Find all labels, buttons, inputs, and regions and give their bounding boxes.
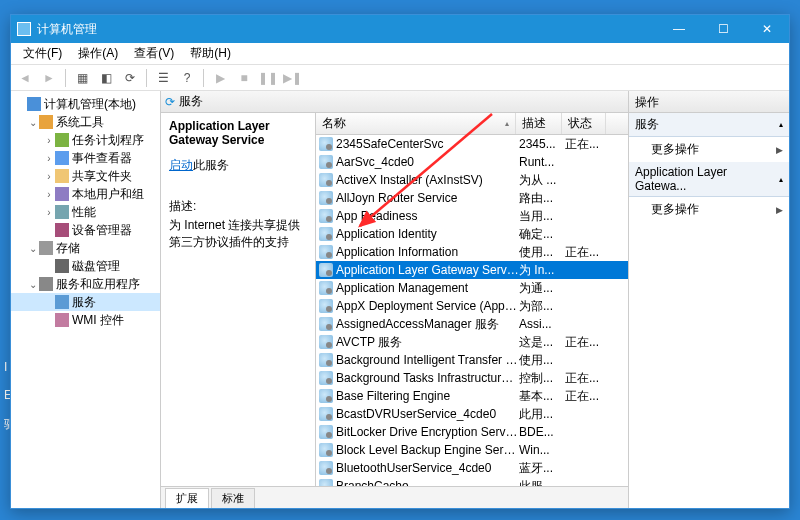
service-row[interactable]: AllJoyn Router Service路由... [316, 189, 628, 207]
tree-storage[interactable]: ⌄存储 [11, 239, 160, 257]
tab-standard[interactable]: 标准 [211, 488, 255, 508]
service-desc: 当用... [519, 208, 565, 225]
tree-services-apps[interactable]: ⌄服务和应用程序 [11, 275, 160, 293]
actions-section-services[interactable]: 服务▴ [629, 113, 789, 137]
service-row[interactable]: AVCTP 服务这是...正在... [316, 333, 628, 351]
collapse-icon: ▴ [779, 120, 783, 129]
stop-service-icon: ■ [234, 68, 254, 88]
actions-more-1[interactable]: 更多操作▶ [629, 137, 789, 162]
menu-view[interactable]: 查看(V) [126, 43, 182, 64]
main-pane: ⟳ 服务 Application Layer Gateway Service 启… [161, 91, 629, 508]
service-row[interactable]: ActiveX Installer (AxInstSV)为从 ... [316, 171, 628, 189]
service-desc: 确定... [519, 226, 565, 243]
service-desc: 为通... [519, 280, 565, 297]
service-row[interactable]: 2345SafeCenterSvc2345...正在... [316, 135, 628, 153]
service-icon [319, 443, 333, 457]
minimize-button[interactable]: — [657, 15, 701, 43]
tree-services[interactable]: 服务 [11, 293, 160, 311]
service-icon [319, 245, 333, 259]
properties-icon[interactable]: ◧ [96, 68, 116, 88]
service-detail-pane: Application Layer Gateway Service 启动此服务 … [161, 113, 316, 486]
toolbar: ◄ ► ▦ ◧ ⟳ ☰ ? ▶ ■ ❚❚ ▶❚ [11, 65, 789, 91]
window-title: 计算机管理 [37, 21, 657, 38]
tab-extended[interactable]: 扩展 [165, 488, 209, 508]
chevron-right-icon: ▶ [776, 145, 783, 155]
service-icon [319, 317, 333, 331]
service-desc: Assi... [519, 317, 565, 331]
service-row[interactable]: App Readiness当用... [316, 207, 628, 225]
service-icon [319, 371, 333, 385]
service-status: 正在... [565, 244, 609, 261]
service-row[interactable]: Application Layer Gateway Service为 In... [316, 261, 628, 279]
service-icon [319, 227, 333, 241]
service-desc: 为 In... [519, 262, 565, 279]
refresh-icon[interactable]: ⟳ [120, 68, 140, 88]
close-button[interactable]: ✕ [745, 15, 789, 43]
service-row[interactable]: Application Information使用...正在... [316, 243, 628, 261]
service-status: 正在... [565, 370, 609, 387]
forward-icon: ► [39, 68, 59, 88]
export-icon[interactable]: ☰ [153, 68, 173, 88]
menu-action[interactable]: 操作(A) [70, 43, 126, 64]
service-row[interactable]: AarSvc_4cde0Runt... [316, 153, 628, 171]
menu-help[interactable]: 帮助(H) [182, 43, 239, 64]
titlebar[interactable]: 计算机管理 — ☐ ✕ [11, 15, 789, 43]
service-desc: 蓝牙... [519, 460, 565, 477]
help-icon[interactable]: ? [177, 68, 197, 88]
service-row[interactable]: AssignedAccessManager 服务Assi... [316, 315, 628, 333]
service-desc: BDE... [519, 425, 565, 439]
service-name: BranchCache [336, 479, 519, 486]
show-hide-tree-icon[interactable]: ▦ [72, 68, 92, 88]
tree-event-viewer[interactable]: ›事件查看器 [11, 149, 160, 167]
service-row[interactable]: Application Identity确定... [316, 225, 628, 243]
tree-task-scheduler[interactable]: ›任务计划程序 [11, 131, 160, 149]
service-icon [319, 191, 333, 205]
service-desc: 为从 ... [519, 172, 565, 189]
service-row[interactable]: AppX Deployment Service (AppXSVC)为部... [316, 297, 628, 315]
service-icon [319, 425, 333, 439]
tree-local-users[interactable]: ›本地用户和组 [11, 185, 160, 203]
service-name: App Readiness [336, 209, 519, 223]
service-row[interactable]: Background Intelligent Transfer Service使… [316, 351, 628, 369]
service-row[interactable]: BitLocker Drive Encryption ServiceBDE... [316, 423, 628, 441]
col-name[interactable]: 名称▴ [316, 113, 516, 134]
refresh-link-icon[interactable]: ⟳ [165, 95, 175, 109]
tree-performance[interactable]: ›性能 [11, 203, 160, 221]
maximize-button[interactable]: ☐ [701, 15, 745, 43]
service-icon [319, 389, 333, 403]
tree-device-manager[interactable]: 设备管理器 [11, 221, 160, 239]
services-list[interactable]: 名称▴ 描述 状态 2345SafeCenterSvc2345...正在...A… [316, 113, 628, 486]
mmc-window: 计算机管理 — ☐ ✕ 文件(F) 操作(A) 查看(V) 帮助(H) ◄ ► … [10, 14, 790, 509]
tree-system-tools[interactable]: ⌄系统工具 [11, 113, 160, 131]
service-name: AllJoyn Router Service [336, 191, 519, 205]
col-status[interactable]: 状态 [562, 113, 606, 134]
tree-shared-folders[interactable]: ›共享文件夹 [11, 167, 160, 185]
actions-more-2[interactable]: 更多操作▶ [629, 197, 789, 222]
service-row[interactable]: BranchCache此服... [316, 477, 628, 486]
selected-service-name: Application Layer Gateway Service [169, 119, 307, 147]
service-desc: 为部... [519, 298, 565, 315]
start-service-link[interactable]: 启动 [169, 157, 193, 174]
nav-tree[interactable]: 计算机管理(本地) ⌄系统工具 ›任务计划程序 ›事件查看器 ›共享文件夹 ›本… [11, 91, 161, 508]
service-name: AVCTP 服务 [336, 334, 519, 351]
service-row[interactable]: Application Management为通... [316, 279, 628, 297]
service-desc: Runt... [519, 155, 565, 169]
service-row[interactable]: BcastDVRUserService_4cde0此用... [316, 405, 628, 423]
col-desc[interactable]: 描述 [516, 113, 562, 134]
menu-file[interactable]: 文件(F) [15, 43, 70, 64]
start-service-icon[interactable]: ▶ [210, 68, 230, 88]
service-name: Base Filtering Engine [336, 389, 519, 403]
tree-wmi[interactable]: WMI 控件 [11, 311, 160, 329]
service-name: Application Information [336, 245, 519, 259]
service-row[interactable]: BluetoothUserService_4cde0蓝牙... [316, 459, 628, 477]
service-icon [319, 155, 333, 169]
service-row[interactable]: Background Tasks Infrastructure Service控… [316, 369, 628, 387]
service-row[interactable]: Block Level Backup Engine ServiceWin... [316, 441, 628, 459]
sort-indicator-icon: ▴ [505, 119, 509, 128]
actions-pane: 操作 服务▴ 更多操作▶ Application Layer Gatewa...… [629, 91, 789, 508]
tree-root[interactable]: 计算机管理(本地) [11, 95, 160, 113]
tree-disk-mgmt[interactable]: 磁盘管理 [11, 257, 160, 275]
actions-section-selected[interactable]: Application Layer Gatewa...▴ [629, 162, 789, 197]
service-row[interactable]: Base Filtering Engine基本...正在... [316, 387, 628, 405]
service-name: AppX Deployment Service (AppXSVC) [336, 299, 519, 313]
